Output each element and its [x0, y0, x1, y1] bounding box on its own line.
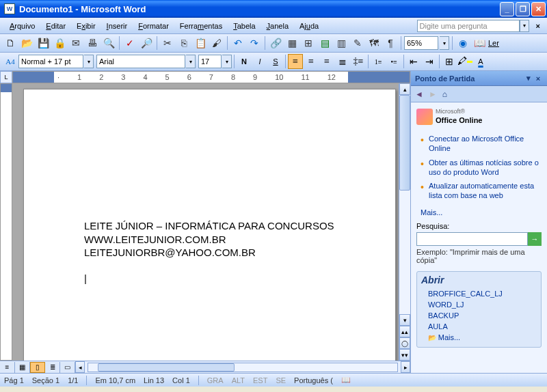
nav-back-icon[interactable]: ◄ [415, 89, 423, 99]
highlight-button[interactable]: 🖍 [457, 54, 472, 69]
link-connect[interactable]: Conectar ao Microsoft Office Online [421, 132, 542, 156]
more-link[interactable]: Mais... [416, 208, 542, 216]
task-pane-dropdown-icon[interactable]: ▾ [524, 74, 533, 83]
styles-pane-icon[interactable]: A4 [3, 54, 18, 69]
menu-ajuda[interactable]: Ajuda [294, 20, 324, 31]
menu-exibir[interactable]: Exibir [71, 20, 101, 31]
save-icon[interactable]: 💾 [36, 36, 51, 51]
recent-file[interactable]: WORD_LJ [428, 299, 537, 310]
link-update[interactable]: Atualizar automaticamente esta lista com… [421, 179, 542, 203]
increase-indent-button[interactable]: ⇥ [422, 54, 437, 69]
status-rec[interactable]: GRA [207, 376, 224, 384]
font-size-dropdown-icon[interactable]: ▾ [222, 55, 232, 68]
align-right-button[interactable]: ≡ [319, 54, 334, 69]
font-combo[interactable]: Arial [96, 55, 185, 68]
insert-table-icon[interactable]: ⊞ [301, 36, 316, 51]
bullets-button[interactable]: •≡ [386, 54, 401, 69]
open-icon[interactable]: 📂 [19, 36, 34, 51]
document-text-line[interactable]: LEITEJUNIORBR@YAHOO.COM.BR [84, 246, 335, 260]
help-dropdown-icon[interactable]: ▾ [520, 20, 529, 32]
show-hide-icon[interactable]: ¶ [383, 36, 398, 51]
status-spellcheck-icon[interactable]: 📖 [341, 376, 351, 384]
document-canvas[interactable]: LEITE JÚNIOR – INFORMÁTICA PARA CONCURSO… [12, 83, 399, 361]
research-icon[interactable]: 🔎 [139, 36, 154, 51]
read-mode-icon[interactable]: 📖 [472, 36, 487, 51]
excel-icon[interactable]: ▤ [317, 36, 332, 51]
web-layout-view-button[interactable]: ▦ [15, 362, 30, 373]
hyperlink-icon[interactable]: 🔗 [268, 36, 283, 51]
vertical-scrollbar[interactable]: ▴ ▾ ▴▴ ◯ ▾▾ [399, 83, 410, 361]
task-pane-close-icon[interactable]: × [533, 74, 543, 83]
tab-selector[interactable]: L [0, 71, 12, 83]
horizontal-scrollbar[interactable] [88, 363, 398, 372]
borders-button[interactable]: ⊞ [442, 54, 457, 69]
hscroll-right-icon[interactable]: ▸ [401, 361, 410, 373]
outline-view-button[interactable]: ≣ [45, 362, 60, 373]
select-browse-object-icon[interactable]: ◯ [399, 337, 410, 349]
menu-janela[interactable]: Janela [261, 20, 294, 31]
browse-next-icon[interactable]: ▾▾ [399, 349, 410, 361]
print-preview-icon[interactable]: 🔍 [101, 36, 116, 51]
normal-view-button[interactable]: ≡ [0, 362, 15, 373]
maximize-button[interactable]: ❐ [516, 2, 530, 16]
document-text-line[interactable]: WWW.LEITEJUNIOR.COM.BR [84, 233, 335, 247]
menu-tabela[interactable]: Tabela [228, 20, 261, 31]
browse-prev-icon[interactable]: ▴▴ [399, 326, 410, 337]
link-news[interactable]: Obter as últimas notícias sobre o uso do… [421, 156, 542, 180]
menu-editar[interactable]: Editar [40, 20, 71, 31]
drawing-icon[interactable]: ✎ [350, 36, 365, 51]
read-label[interactable]: Ler [488, 39, 499, 47]
status-trk[interactable]: ALT [232, 376, 245, 384]
status-language[interactable]: Português ( [294, 376, 333, 384]
menu-arquivo[interactable]: Arquivo [4, 20, 40, 31]
cut-icon[interactable]: ✂ [160, 36, 175, 51]
print-icon[interactable]: 🖶 [85, 36, 100, 51]
format-painter-icon[interactable]: 🖌 [209, 36, 224, 51]
font-size-combo[interactable]: 17 [198, 55, 222, 68]
italic-button[interactable]: I [252, 54, 267, 69]
spelling-icon[interactable]: ✓ [122, 36, 137, 51]
search-input[interactable] [416, 232, 528, 246]
help-icon[interactable]: ◉ [455, 36, 470, 51]
numbering-button[interactable]: 1≡ [371, 54, 386, 69]
font-dropdown-icon[interactable]: ▾ [186, 55, 196, 68]
permission-icon[interactable]: 🔒 [52, 36, 67, 51]
nav-forward-icon[interactable]: ► [429, 89, 437, 99]
menu-formatar[interactable]: Formatar [133, 20, 174, 31]
status-ovr[interactable]: SE [276, 376, 286, 384]
minimize-button[interactable]: _ [500, 2, 514, 16]
reading-layout-view-button[interactable]: ▭ [60, 362, 75, 373]
zoom-dropdown-icon[interactable]: ▾ [440, 36, 449, 50]
menu-ferramentas[interactable]: Ferramentas [174, 20, 228, 31]
menu-inserir[interactable]: Inserir [101, 20, 133, 31]
scroll-down-icon[interactable]: ▾ [399, 314, 410, 326]
new-document-icon[interactable]: 🗋 [3, 36, 18, 51]
columns-icon[interactable]: ▥ [334, 36, 349, 51]
justify-button[interactable]: ≣ [335, 54, 350, 69]
open-more-link[interactable]: Mais... [428, 332, 537, 343]
decrease-indent-button[interactable]: ⇤ [406, 54, 421, 69]
hscroll-left-icon[interactable]: ◂ [75, 361, 85, 373]
page[interactable]: LEITE JÚNIOR – INFORMÁTICA PARA CONCURSO… [23, 89, 396, 361]
style-dropdown-icon[interactable]: ▾ [84, 55, 94, 68]
vertical-ruler[interactable] [0, 83, 12, 361]
document-close-button[interactable]: × [533, 22, 543, 30]
style-combo[interactable]: Normal + 17 pt [18, 55, 83, 68]
copy-icon[interactable]: ⎘ [176, 36, 191, 51]
recent-file[interactable]: AULA [428, 321, 537, 332]
scroll-track[interactable] [399, 95, 410, 314]
font-color-button[interactable]: A [473, 54, 488, 69]
recent-file[interactable]: BROFFICE_CALC_LJ [428, 288, 537, 299]
undo-icon[interactable]: ↶ [230, 36, 245, 51]
align-left-button[interactable]: ≡ [288, 54, 303, 69]
email-icon[interactable]: ✉ [68, 36, 83, 51]
help-search-input[interactable]: Digite uma pergunta [417, 20, 520, 32]
tables-borders-icon[interactable]: ▦ [284, 36, 299, 51]
status-ext[interactable]: EST [253, 376, 267, 384]
line-spacing-button[interactable]: ‡≡ [351, 54, 366, 69]
close-button[interactable]: ✕ [531, 2, 546, 16]
document-map-icon[interactable]: 🗺 [366, 36, 382, 51]
horizontal-ruler[interactable]: ·123456789101112131415· [12, 71, 410, 83]
zoom-combo[interactable]: 65% [404, 36, 438, 50]
search-go-button[interactable]: → [528, 232, 542, 246]
